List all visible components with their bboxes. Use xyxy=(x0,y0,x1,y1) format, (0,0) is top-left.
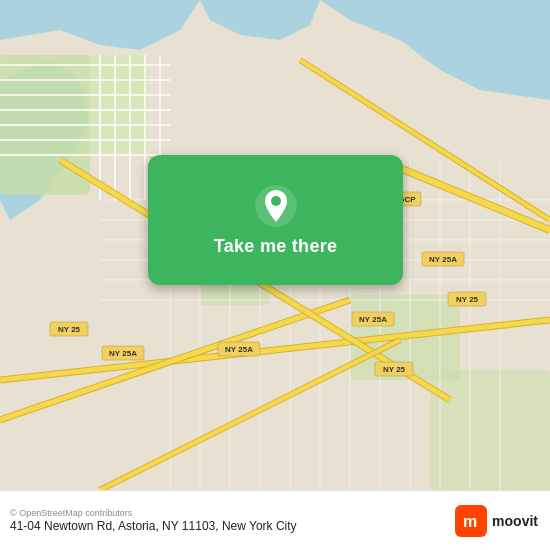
svg-text:NY 25: NY 25 xyxy=(58,325,81,334)
svg-text:NY 25A: NY 25A xyxy=(109,349,137,358)
button-label: Take me there xyxy=(214,236,338,257)
moovit-logo: m moovit xyxy=(455,505,538,537)
moovit-icon: m xyxy=(455,505,487,537)
svg-text:NY 25A: NY 25A xyxy=(225,345,253,354)
moovit-brand-name: moovit xyxy=(492,513,538,529)
svg-text:m: m xyxy=(463,513,477,530)
take-me-there-button[interactable]: Take me there xyxy=(148,155,403,285)
svg-text:NY 25A: NY 25A xyxy=(359,315,387,324)
map-container: NY 25 NY 25A NY 25A NY 25A NY 25 NY 25A … xyxy=(0,0,550,490)
address-text: 41-04 Newtown Rd, Astoria, NY 11103, New… xyxy=(10,519,297,533)
copyright-text: © OpenStreetMap contributors xyxy=(10,508,297,518)
info-left: © OpenStreetMap contributors 41-04 Newto… xyxy=(10,508,297,533)
svg-text:NY 25A: NY 25A xyxy=(429,255,457,264)
info-bar: © OpenStreetMap contributors 41-04 Newto… xyxy=(0,490,550,550)
svg-text:NY 25: NY 25 xyxy=(383,365,406,374)
svg-point-67 xyxy=(271,196,281,206)
svg-text:NY 25: NY 25 xyxy=(456,295,479,304)
location-pin-icon xyxy=(254,184,298,228)
svg-rect-5 xyxy=(430,370,550,490)
